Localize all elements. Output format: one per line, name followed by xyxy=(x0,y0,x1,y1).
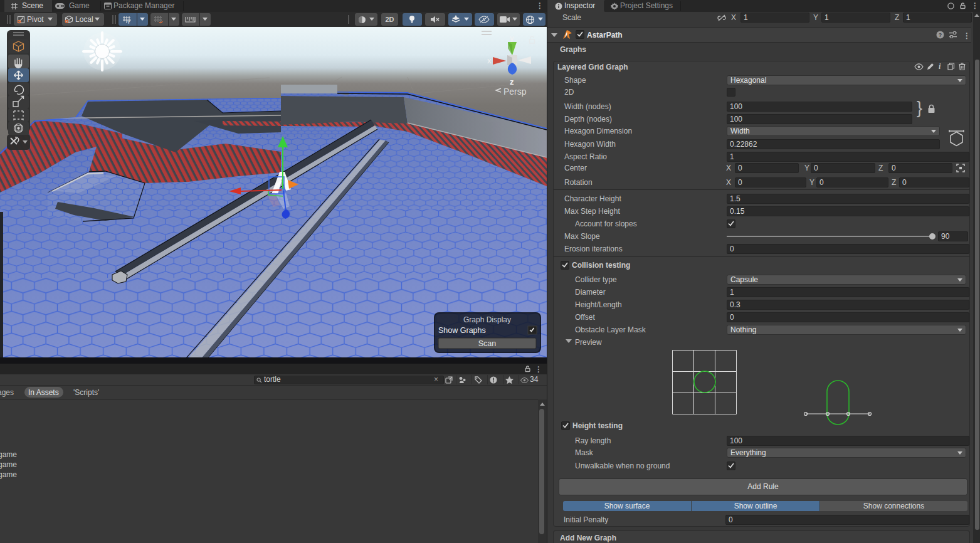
svg-text:?: ? xyxy=(939,32,942,38)
svg-text:Graph Display: Graph Display xyxy=(463,315,511,324)
svg-text:z: z xyxy=(510,77,514,87)
svg-text:y: y xyxy=(510,33,514,43)
svg-text:Persp: Persp xyxy=(503,87,527,97)
svg-text:Show Graphs: Show Graphs xyxy=(438,326,486,335)
svg-text:Y: Y xyxy=(127,20,130,24)
svg-text:x: x xyxy=(487,56,492,65)
svg-text:Scan: Scan xyxy=(478,339,497,348)
svg-text:i: i xyxy=(939,63,941,70)
